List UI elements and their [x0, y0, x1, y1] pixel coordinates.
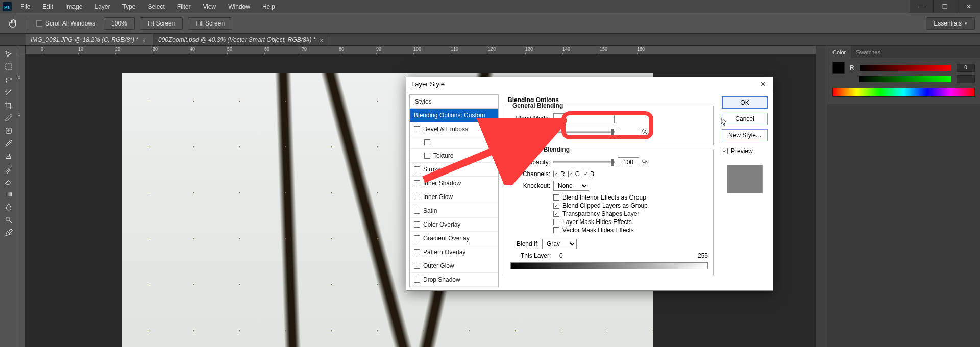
close-icon[interactable]: ×: [320, 37, 325, 42]
r-value-input[interactable]: 0: [957, 64, 975, 72]
opacity-slider[interactable]: [553, 131, 615, 133]
scroll-all-windows-checkbox[interactable]: Scroll All Windows: [33, 20, 99, 27]
checkbox-icon[interactable]: [414, 166, 420, 172]
collapsed-panel-dock[interactable]: [816, 46, 827, 347]
preview-checkbox[interactable]: Preview: [722, 147, 768, 155]
clone-stamp-tool-icon[interactable]: [2, 150, 16, 162]
gradient-tool-icon[interactable]: [2, 188, 16, 201]
menu-layer[interactable]: Layer: [88, 0, 116, 13]
style-row[interactable]: Stroke: [410, 163, 498, 177]
checkbox-icon[interactable]: [553, 203, 559, 209]
r-slider[interactable]: [860, 65, 951, 71]
checkbox-icon[interactable]: [553, 194, 559, 201]
color-ramp[interactable]: [832, 88, 975, 97]
checkbox-icon[interactable]: [414, 221, 420, 228]
menu-help[interactable]: Help: [256, 0, 281, 13]
fill-screen-button[interactable]: Fill Screen: [188, 17, 232, 30]
style-row[interactable]: Blending Options: Custom: [410, 109, 498, 122]
adv-option[interactable]: Layer Mask Hides Effects: [553, 218, 708, 226]
checkbox-icon[interactable]: [414, 277, 420, 283]
checkbox-icon[interactable]: [414, 235, 420, 241]
channel-b-check[interactable]: B: [583, 170, 594, 178]
checkbox-icon[interactable]: [414, 194, 420, 200]
checkbox-icon[interactable]: [414, 249, 420, 255]
menu-file[interactable]: File: [14, 0, 36, 13]
style-row[interactable]: Color Overlay: [410, 218, 498, 232]
menu-edit[interactable]: Edit: [36, 0, 59, 13]
style-row[interactable]: Texture: [410, 149, 498, 163]
new-style-button[interactable]: New Style...: [722, 129, 768, 141]
adv-option[interactable]: Transparency Shapes Layer: [553, 210, 708, 217]
horizontal-ruler[interactable]: 0102030405060708090100110120130140150160: [26, 46, 816, 54]
pen-tool-icon[interactable]: [2, 227, 16, 239]
checkbox-icon[interactable]: [424, 139, 430, 145]
blend-mode-select[interactable]: Hard Light: [553, 113, 615, 123]
workspace-switcher[interactable]: Essentials▾: [926, 17, 975, 30]
dodge-tool-icon[interactable]: [2, 214, 16, 226]
style-row[interactable]: [410, 136, 498, 149]
close-icon[interactable]: ✕: [757, 79, 768, 89]
style-row[interactable]: Outer Glow: [410, 259, 498, 273]
vertical-ruler[interactable]: 01: [17, 54, 26, 347]
style-row[interactable]: Inner Shadow: [410, 177, 498, 190]
style-row[interactable]: Bevel & Emboss: [410, 122, 498, 136]
blur-tool-icon[interactable]: [2, 201, 16, 213]
style-row[interactable]: Drop Shadow: [410, 273, 498, 287]
adv-option[interactable]: Vector Mask Hides Effects: [553, 227, 708, 234]
checkbox-icon[interactable]: [553, 219, 559, 225]
adv-option[interactable]: Blend Clipped Layers as Group: [553, 202, 708, 209]
close-icon[interactable]: ×: [142, 37, 148, 42]
checkbox-icon[interactable]: [414, 180, 420, 186]
checkbox-icon[interactable]: [553, 227, 559, 233]
g-slider[interactable]: [859, 76, 951, 82]
dialog-titlebar[interactable]: Layer Style ✕: [406, 77, 773, 91]
close-app-button[interactable]: ✕: [957, 0, 980, 13]
restore-button[interactable]: ❐: [933, 0, 957, 13]
opacity-input[interactable]: [618, 127, 639, 137]
menu-image[interactable]: Image: [59, 0, 88, 13]
this-layer-gradient-slider[interactable]: [510, 262, 708, 269]
style-row[interactable]: Gradient Overlay: [410, 232, 498, 245]
menu-view[interactable]: View: [197, 0, 222, 13]
healing-brush-tool-icon[interactable]: [2, 125, 16, 137]
checkbox-icon[interactable]: [553, 211, 559, 217]
channel-g-check[interactable]: G: [568, 170, 580, 178]
fit-screen-button[interactable]: Fit Screen: [140, 17, 183, 30]
history-brush-tool-icon[interactable]: [2, 163, 16, 175]
brush-tool-icon[interactable]: [2, 137, 16, 150]
knockout-select[interactable]: None: [553, 181, 589, 191]
style-row[interactable]: Pattern Overlay: [410, 245, 498, 259]
checkbox-icon[interactable]: [414, 208, 420, 214]
document-tab-2[interactable]: 000Zoomit.psd @ 40.3% (Vector Smart Obje…: [153, 34, 331, 45]
style-row[interactable]: Satin: [410, 204, 498, 218]
tab-swatches[interactable]: Swatches: [851, 46, 886, 58]
ruler-origin[interactable]: [17, 46, 26, 54]
style-row[interactable]: Inner Glow: [410, 190, 498, 204]
minimize-button[interactable]: —: [910, 0, 933, 13]
fill-opacity-slider[interactable]: [553, 161, 615, 163]
blend-if-select[interactable]: Gray: [542, 239, 577, 249]
adv-option[interactable]: Blend Interior Effects as Group: [553, 194, 708, 201]
fill-opacity-input[interactable]: [618, 157, 639, 167]
checkbox-icon[interactable]: [414, 126, 420, 132]
eraser-tool-icon[interactable]: [2, 176, 16, 188]
eyedropper-tool-icon[interactable]: [2, 112, 16, 124]
g-value-input[interactable]: [957, 75, 975, 83]
lasso-tool-icon[interactable]: [2, 73, 16, 86]
menu-window[interactable]: Window: [222, 0, 256, 13]
foreground-color-swatch[interactable]: [832, 62, 845, 74]
crop-tool-icon[interactable]: [2, 99, 16, 111]
channel-r-check[interactable]: R: [553, 170, 565, 178]
menu-select[interactable]: Select: [141, 0, 170, 13]
checkbox-icon[interactable]: [414, 263, 420, 269]
menu-type[interactable]: Type: [116, 0, 141, 13]
zoom-100-button[interactable]: 100%: [104, 17, 135, 30]
magic-wand-tool-icon[interactable]: [2, 86, 16, 98]
ok-button[interactable]: OK: [722, 96, 768, 109]
checkbox-icon[interactable]: [424, 153, 430, 159]
menu-filter[interactable]: Filter: [171, 0, 197, 13]
document-tab-1[interactable]: IMG_0081.JPG @ 18.2% (C, RGB/8*) * ×: [26, 34, 153, 45]
move-tool-icon[interactable]: [2, 48, 16, 60]
marquee-tool-icon[interactable]: [2, 61, 16, 73]
tab-color[interactable]: Color: [827, 46, 851, 58]
